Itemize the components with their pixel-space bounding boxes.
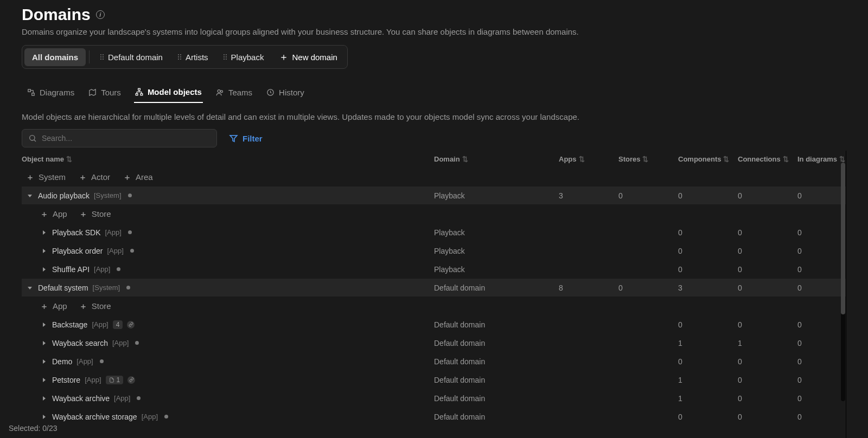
sort-icon: ⇅	[579, 155, 585, 163]
components-cell: 1	[678, 376, 738, 384]
svg-rect-0	[28, 89, 30, 92]
tab-model-objects[interactable]: Model objects	[134, 84, 203, 103]
object-type: [App]	[112, 339, 129, 347]
indiagrams-cell: 0	[797, 284, 846, 292]
tag-dot-icon	[100, 359, 104, 363]
table-row[interactable]: Backstage [App] 4 Default domain 0 0 0	[22, 315, 846, 334]
object-name: Default system	[38, 284, 88, 292]
expand-icon[interactable]	[40, 413, 48, 421]
add-store-button[interactable]: ＋Store	[79, 301, 111, 311]
connections-cell: 0	[738, 394, 797, 403]
doc-badge: 1	[106, 376, 124, 384]
col-apps[interactable]: Apps⇅	[559, 155, 618, 163]
svg-rect-6	[136, 94, 138, 95]
tag-dot-icon	[128, 194, 132, 197]
domain-chip-playback[interactable]: Playback	[216, 48, 272, 66]
indiagrams-cell: 0	[797, 265, 846, 274]
add-store-button[interactable]: ＋Store	[79, 209, 111, 218]
object-name: Playback SDK	[52, 228, 100, 237]
table-row[interactable]: Audio playback [System] Playback 3 0 0 0…	[22, 186, 846, 205]
info-icon[interactable]: i	[96, 10, 105, 19]
expand-icon[interactable]	[26, 284, 34, 292]
col-label: Connections	[738, 155, 781, 163]
domain-cell: Default domain	[434, 320, 559, 329]
grip-icon	[224, 54, 227, 60]
add-actor-button[interactable]: ＋Actor	[79, 172, 110, 182]
table-row[interactable]: Shuffle API [App] Playback 0 0 0	[22, 260, 846, 279]
tab-history[interactable]: History	[265, 84, 305, 103]
add-sub-row: ＋App ＋Store	[22, 205, 846, 223]
svg-line-16	[34, 140, 36, 141]
grip-icon	[178, 54, 181, 60]
col-object-name[interactable]: Object name⇅	[22, 155, 434, 163]
svg-marker-22	[28, 287, 32, 289]
sort-icon: ⇅	[783, 155, 789, 163]
indiagrams-cell: 0	[797, 191, 846, 200]
components-cell: 0	[678, 413, 738, 421]
expand-icon[interactable]	[40, 247, 48, 255]
add-app-button[interactable]: ＋App	[40, 301, 67, 311]
domain-cell: Playback	[434, 265, 559, 274]
plus-icon: ＋	[26, 173, 34, 181]
svg-marker-27	[43, 396, 46, 401]
domain-chip-all[interactable]: All domains	[24, 48, 86, 66]
svg-marker-23	[43, 323, 46, 327]
object-type: [App]	[94, 265, 110, 273]
domain-chip-artists[interactable]: Artists	[170, 48, 216, 66]
col-label: Object name	[22, 155, 64, 163]
table-row[interactable]: Demo [App] Default domain 0 0 0	[22, 352, 846, 371]
table-row[interactable]: Petstore [App] 1 Default domain 1 0 0	[22, 371, 846, 389]
table-row[interactable]: Default system [System] Default domain 8…	[22, 279, 846, 297]
col-label: Components	[678, 155, 721, 163]
add-area-button[interactable]: ＋Area	[123, 172, 153, 182]
new-domain-button[interactable]: ＋ New domain	[271, 48, 344, 66]
tab-tours[interactable]: Tours	[87, 84, 122, 103]
col-components[interactable]: Components⇅	[678, 155, 738, 163]
tab-label: Diagrams	[40, 88, 74, 97]
table-row[interactable]: Playback SDK [App] Playback 0 0 0	[22, 223, 846, 242]
tab-teams[interactable]: Teams	[215, 84, 253, 103]
col-in-diagrams[interactable]: In diagrams⇅	[797, 155, 846, 163]
components-cell: 3	[678, 284, 738, 292]
add-system-button[interactable]: ＋System	[26, 172, 66, 182]
domain-cell: Default domain	[434, 339, 559, 347]
tag-dot-icon	[128, 230, 132, 234]
expand-icon[interactable]	[40, 395, 48, 402]
plus-icon: ＋	[79, 302, 87, 310]
expand-icon[interactable]	[40, 266, 48, 273]
table-row[interactable]: Wayback archive [App] Default domain 1 0…	[22, 389, 846, 408]
objects-table: Object name⇅ Domain⇅ Apps⇅ Stores⇅ Compo…	[22, 151, 846, 438]
object-type: [App]	[85, 376, 101, 384]
col-stores[interactable]: Stores⇅	[618, 155, 678, 163]
table-row[interactable]: Playback order [App] Playback 0 0 0	[22, 242, 846, 260]
grip-icon	[100, 54, 104, 60]
object-name: Wayback archive storage	[52, 413, 137, 421]
col-connections[interactable]: Connections⇅	[738, 155, 797, 163]
expand-icon[interactable]	[40, 229, 48, 236]
svg-marker-19	[43, 230, 46, 235]
object-name: Wayback search	[52, 339, 108, 347]
svg-point-15	[30, 136, 35, 140]
search-input[interactable]	[22, 129, 217, 147]
connections-cell: 0	[738, 265, 797, 274]
plus-icon: ＋	[79, 173, 87, 181]
domain-chip-label: Playback	[231, 53, 264, 62]
sort-icon: ⇅	[642, 155, 648, 163]
scrollbar-thumb[interactable]	[841, 163, 845, 314]
domain-chip-default[interactable]: Default domain	[93, 48, 170, 66]
connections-cell: 0	[738, 357, 797, 366]
expand-icon[interactable]	[40, 339, 48, 347]
table-row[interactable]: Wayback archive storage [App] Default do…	[22, 408, 846, 426]
table-row[interactable]: Wayback search [App] Default domain 1 1 …	[22, 334, 846, 352]
add-app-button[interactable]: ＋App	[40, 209, 67, 218]
page-title: Domains	[22, 5, 91, 24]
expand-icon[interactable]	[40, 358, 48, 365]
expand-icon[interactable]	[40, 321, 48, 328]
expand-icon[interactable]	[26, 192, 34, 199]
expand-icon[interactable]	[40, 376, 48, 384]
svg-marker-20	[43, 249, 46, 253]
col-domain[interactable]: Domain⇅	[434, 155, 559, 163]
object-name: Petstore	[52, 376, 80, 384]
filter-button[interactable]: Filter	[229, 134, 263, 143]
tab-diagrams[interactable]: Diagrams	[26, 84, 75, 103]
